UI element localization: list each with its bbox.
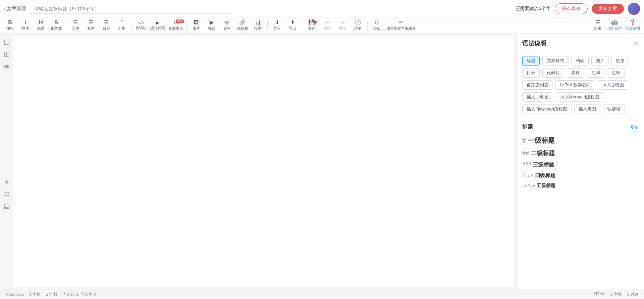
tag-list[interactable]: 列表 xyxy=(571,56,589,66)
publish-button[interactable]: 发布文章 xyxy=(592,4,624,14)
unordered-icon: ☰ xyxy=(73,20,78,25)
tag-latex[interactable]: LaTeX 数学公式 xyxy=(555,80,595,90)
tag-image[interactable]: 图片 xyxy=(591,56,609,66)
tool-image[interactable]: 🖼 图片 xyxy=(189,19,204,32)
syntax-panel: 语法说明 × 标题 文本样式 列表 图片 链接 目录 代码片 表格 注脚 注释 … xyxy=(517,34,644,290)
tag-gantt[interactable]: 插入甘特图 xyxy=(598,80,628,90)
heading-label: 标题 xyxy=(37,26,45,31)
tag-footnote[interactable]: 注脚 xyxy=(587,68,604,78)
tag-toc[interactable]: 目录 xyxy=(522,68,540,78)
resize-button[interactable] xyxy=(2,189,11,199)
editor-content[interactable] xyxy=(20,43,507,245)
codeblock-label: 代码块 xyxy=(136,26,147,31)
discussion-count: 0 讨论 xyxy=(627,292,639,297)
close-panel-button[interactable]: × xyxy=(632,39,639,48)
tag-link[interactable]: 链接 xyxy=(611,56,629,66)
tool-undo[interactable]: ↩ 撤销 xyxy=(320,19,334,32)
status-bar: Markdown 0 字数 2 行数 当前行 1, 当前列 0 HTML 0 字… xyxy=(0,290,644,299)
tool-todo[interactable]: ☰ 待办 xyxy=(99,19,114,32)
tool-save[interactable]: 💾 保存 xyxy=(304,19,319,32)
tag-mermaid[interactable]: 插入Mermaid流程图 xyxy=(556,92,603,102)
crosshair-button[interactable] xyxy=(2,177,11,187)
section-header: 标题 复制 xyxy=(522,124,639,131)
strikethrough-icon: S xyxy=(55,20,58,25)
avatar[interactable] xyxy=(628,3,640,15)
tool-export[interactable]: ⬆ 导出 xyxy=(285,19,300,32)
back-button[interactable]: ‹ 文章管理 xyxy=(4,6,26,12)
editor-area xyxy=(0,34,517,290)
tag-shortcut[interactable]: 快捷键 xyxy=(603,104,625,114)
syntax-icon: ❓ xyxy=(629,20,636,25)
tool-import[interactable]: ⬇ 导入 xyxy=(270,19,284,32)
h3-prefix: ### xyxy=(522,162,533,167)
tag-text-style[interactable]: 文本样式 xyxy=(542,56,569,66)
italic-label: 斜体 xyxy=(22,26,29,31)
tool-strikethrough[interactable]: S 删除线 xyxy=(49,19,64,32)
divider-3 xyxy=(186,21,187,30)
undo-icon: ↩ xyxy=(325,20,329,25)
tool-table[interactable]: ⊞ 表格 xyxy=(220,19,234,32)
single-col-button[interactable] xyxy=(2,38,11,47)
tool-heading[interactable]: H 标题 xyxy=(34,19,48,32)
tool-italic[interactable]: I 斜体 xyxy=(18,19,33,32)
two-col-button[interactable] xyxy=(2,50,11,59)
back-label: 文章管理 xyxy=(7,6,26,12)
tag-annotation[interactable]: 注释 xyxy=(607,68,625,78)
ordered-label: 有序 xyxy=(87,26,95,31)
tool-bold[interactable]: B 加粗 xyxy=(3,19,17,32)
tool-ai-assistant[interactable]: 🤖 创作助手 xyxy=(606,19,623,32)
single-col-icon xyxy=(4,40,9,45)
tag-table[interactable]: 表格 xyxy=(567,68,584,78)
tool-resource-bind[interactable]: ⊡ 资源绑定 New xyxy=(167,19,184,32)
editor-pane[interactable] xyxy=(13,36,514,287)
undo-label: 撤销 xyxy=(323,26,331,31)
tag-flowchart[interactable]: 插入Flowchart流程图 xyxy=(522,104,572,114)
heading-icon: H xyxy=(39,20,43,25)
heading-h3-item: ### 三级标题 xyxy=(522,161,639,168)
tag-grid: 标题 文本样式 列表 图片 链接 目录 代码片 表格 注脚 注释 自定义列表 L… xyxy=(517,52,644,118)
tool-redo[interactable]: ↪ 重做 xyxy=(335,19,350,32)
redo-icon: ↪ xyxy=(340,20,345,25)
status-right: HTML 0 字数 0 讨论 xyxy=(594,292,639,297)
tag-uml[interactable]: 插入UML图 xyxy=(522,92,553,102)
heading-h5-item: ##### 五级标题 xyxy=(522,183,639,189)
tool-unordered[interactable]: ☰ 无序 xyxy=(68,19,83,32)
toc-icon: ☰ xyxy=(595,20,600,25)
tag-class-diagram[interactable]: 插入类图 xyxy=(574,104,600,114)
tool-history[interactable]: 🕐 历史 xyxy=(351,19,365,32)
svg-point-10 xyxy=(5,192,6,194)
save-draft-button[interactable]: 保存草稿 xyxy=(555,3,588,14)
tool-quote[interactable]: " 引用 xyxy=(114,19,129,32)
tool-syntax-guide[interactable]: ❓ 语法说明 xyxy=(624,19,641,32)
tag-heading[interactable]: 标题 xyxy=(522,56,540,66)
tool-video[interactable]: ▶ 视频 xyxy=(204,19,219,32)
runcode-label: 运行代码 xyxy=(150,26,165,31)
tool-link[interactable]: 🔗 超链接 xyxy=(235,19,250,32)
main-content: 语法说明 × 标题 文本样式 列表 图片 链接 目录 代码片 表格 注脚 注释 … xyxy=(0,34,644,290)
tool-codeblock[interactable]: </> 代码块 xyxy=(133,19,148,32)
section-title: 标题 xyxy=(522,124,533,131)
tag-code[interactable]: 代码片 xyxy=(542,68,564,78)
html-word-count: 0 字数 xyxy=(610,292,622,297)
tool-ordered[interactable]: ☰ 有序 xyxy=(84,19,98,32)
panel-content: 标题 复制 # 一级标题 ## 二级标题 ### 三级标题 #### 四级标题 … xyxy=(517,118,644,290)
article-title-input[interactable] xyxy=(30,4,231,14)
svg-rect-1 xyxy=(4,52,6,57)
tag-custom-list[interactable]: 自定义列表 xyxy=(522,80,553,90)
copy-button[interactable]: 复制 xyxy=(630,124,639,130)
two-col-icon xyxy=(4,52,9,57)
redo-label: 重做 xyxy=(339,26,346,31)
bottom-bar-button[interactable] xyxy=(2,202,11,211)
tool-toc[interactable]: ☰ 目录 xyxy=(590,19,605,32)
char-hint: 还需要输入5个字 xyxy=(515,6,551,12)
tool-richtext[interactable]: ✏ 使用富文本编辑器 xyxy=(385,19,417,32)
toolbar: B 加粗 I 斜体 H 标题 S 删除线 ☰ 无序 ☰ 有序 ☰ 待办 " 引用… xyxy=(0,17,644,34)
tool-vote[interactable]: 📊 投票 xyxy=(251,19,265,32)
preview-icon xyxy=(4,64,9,69)
preview-button[interactable] xyxy=(2,62,11,71)
svg-rect-0 xyxy=(4,40,9,45)
template-label: 模板 xyxy=(373,26,381,31)
todo-icon: ☰ xyxy=(104,20,109,25)
tool-template[interactable]: ⊡ 模板 xyxy=(370,19,384,32)
tool-runcode[interactable]: ▶ 运行代码 xyxy=(149,19,166,32)
